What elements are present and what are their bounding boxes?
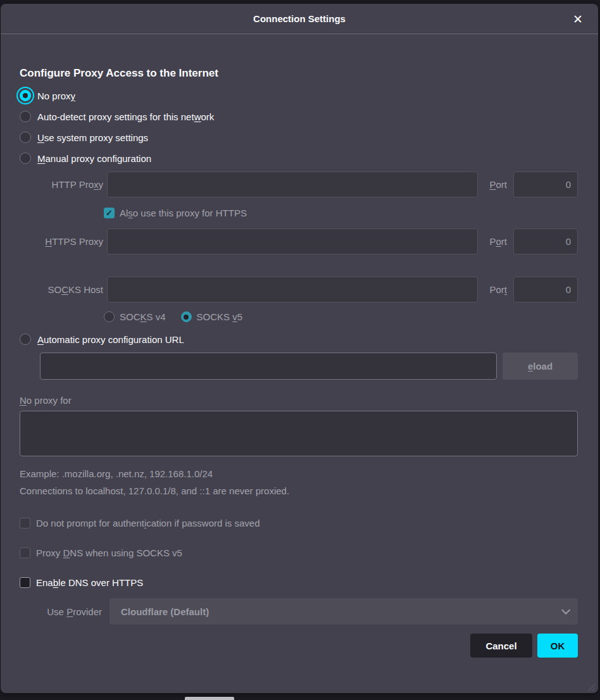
dialog-title: Connection Settings: [253, 13, 346, 24]
radio-socks-v5[interactable]: [181, 311, 192, 322]
enable-doh-checkbox[interactable]: [20, 577, 30, 588]
https-port-label: Port: [482, 236, 509, 247]
socks-v5-option[interactable]: SOCKS v5: [181, 311, 243, 322]
page-title: Configure Proxy Access to the Internet: [20, 67, 578, 80]
radio-system-proxy[interactable]: [20, 132, 31, 143]
chevron-down-icon: [561, 606, 570, 615]
cancel-button[interactable]: Cancel: [470, 634, 532, 658]
proxy-dns-row[interactable]: Proxy DNS when using SOCKS v5: [20, 547, 578, 558]
provider-select[interactable]: Cloudflare (Default): [109, 598, 578, 625]
https-port-input[interactable]: [513, 228, 578, 254]
no-proxy-for-textarea[interactable]: [20, 411, 578, 456]
use-provider-label: Use Provider: [20, 606, 102, 617]
http-port-input[interactable]: [513, 172, 578, 197]
http-proxy-label: HTTP Proxy: [20, 179, 103, 190]
socks-host-input[interactable]: [107, 277, 478, 303]
radio-auto-url-label: Automatic proxy configuration URL: [37, 334, 184, 345]
https-proxy-label: HTTPS Proxy: [20, 236, 103, 247]
radio-manual-proxy[interactable]: [20, 153, 31, 164]
no-proxy-for-label: No proxy for: [20, 395, 578, 406]
no-proxy-for-area: [20, 411, 578, 458]
dialog-content: Configure Proxy Access to the Internet N…: [1, 34, 598, 658]
radio-manual-proxy-label: Manual proxy configuration: [37, 153, 151, 164]
radio-system-proxy-label: Use system proxy settings: [37, 132, 148, 143]
connection-settings-dialog: Connection Settings ✕ Configure Proxy Ac…: [1, 4, 598, 693]
provider-selected-value: Cloudflare (Default): [121, 606, 561, 617]
enable-doh-row[interactable]: Enable DNS over HTTPS: [20, 577, 578, 588]
also-https-wrap[interactable]: ✓ Also use this proxy for HTTPS: [104, 208, 478, 218]
radio-row-system-proxy[interactable]: Use system proxy settings: [20, 132, 578, 143]
radio-auto-url[interactable]: [20, 334, 31, 345]
http-proxy-input[interactable]: [107, 172, 478, 197]
provider-row: Use Provider Cloudflare (Default): [20, 598, 578, 625]
socks-host-row: SOCKS Host Port: [20, 277, 578, 303]
socks-port-label: Port: [482, 284, 509, 295]
socks-v4-label: SOCKS v4: [120, 311, 166, 322]
https-proxy-input[interactable]: [107, 228, 478, 254]
enable-doh-label: Enable DNS over HTTPS: [36, 577, 143, 588]
socks-version-group: SOCKS v4 SOCKS v5: [104, 311, 478, 322]
ok-button[interactable]: OK: [537, 634, 578, 658]
http-port-label: Port: [482, 179, 509, 190]
reload-button[interactable]: eload: [503, 353, 578, 380]
also-https-checkbox[interactable]: ✓: [104, 208, 115, 218]
radio-row-auto-url[interactable]: Automatic proxy configuration URL: [20, 334, 578, 345]
background-page-fragment: [185, 697, 234, 700]
socks-v5-label: SOCKS v5: [197, 311, 243, 322]
manual-proxy-section: HTTP Proxy Port ✓ Also use this proxy fo…: [20, 172, 578, 322]
http-proxy-row: HTTP Proxy Port: [20, 172, 578, 197]
close-icon[interactable]: ✕: [569, 10, 587, 28]
socks-version-row: SOCKS v4 SOCKS v5: [20, 311, 578, 322]
radio-no-proxy-label: No proxy: [37, 91, 75, 101]
radio-no-proxy[interactable]: [20, 90, 31, 101]
auth-prompt-checkbox[interactable]: [20, 518, 30, 528]
no-proxy-note-text: Connections to localhost, 127.0.0.1/8, a…: [20, 485, 578, 496]
auto-url-input[interactable]: [40, 353, 497, 380]
socks-v4-option[interactable]: SOCKS v4: [104, 311, 166, 322]
radio-row-auto-detect[interactable]: Auto-detect proxy settings for this netw…: [20, 111, 578, 122]
socks-host-label: SOCKS Host: [20, 284, 103, 295]
https-proxy-row: HTTPS Proxy Port: [20, 228, 578, 254]
auto-url-input-row: eload: [40, 353, 578, 380]
dialog-action-row: Cancel OK: [20, 634, 578, 658]
auth-prompt-label: Do not prompt for authentication if pass…: [36, 518, 260, 528]
also-https-label: Also use this proxy for HTTPS: [120, 208, 247, 218]
radio-socks-v4[interactable]: [104, 311, 115, 322]
no-proxy-example-text: Example: .mozilla.org, .net.nz, 192.168.…: [20, 468, 578, 479]
radio-row-manual-proxy[interactable]: Manual proxy configuration: [20, 153, 578, 164]
auth-prompt-row[interactable]: Do not prompt for authentication if pass…: [20, 518, 578, 528]
proxy-dns-label: Proxy DNS when using SOCKS v5: [36, 547, 182, 558]
resize-gripper[interactable]: [587, 682, 595, 691]
radio-auto-detect-label: Auto-detect proxy settings for this netw…: [37, 111, 214, 122]
dialog-titlebar: Connection Settings ✕: [1, 4, 598, 34]
proxy-dns-checkbox[interactable]: [20, 547, 30, 558]
socks-port-input[interactable]: [513, 277, 578, 303]
radio-auto-detect[interactable]: [20, 111, 31, 122]
also-https-row: ✓ Also use this proxy for HTTPS: [20, 208, 578, 218]
radio-row-no-proxy[interactable]: No proxy: [20, 90, 578, 101]
